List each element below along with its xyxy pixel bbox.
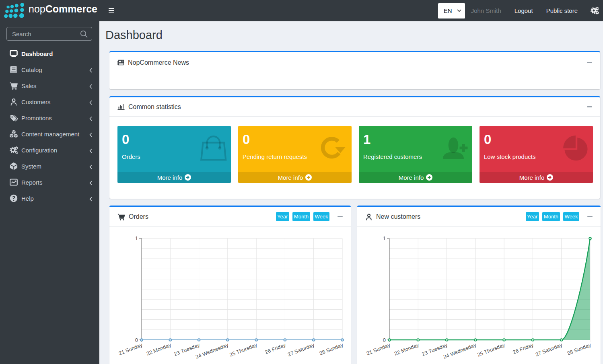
svg-text:21 Sunday: 21 Sunday — [366, 342, 391, 356]
svg-text:24 Wednesday: 24 Wednesday — [442, 342, 477, 360]
svg-text:26 Friday: 26 Friday — [512, 342, 534, 356]
svg-text:24 Wednesday: 24 Wednesday — [195, 342, 230, 360]
svg-text:1: 1 — [135, 235, 138, 241]
svg-text:22 Monday: 22 Monday — [393, 342, 420, 357]
svg-text:25 Thursday: 25 Thursday — [229, 342, 258, 358]
svg-text:0: 0 — [135, 337, 138, 343]
svg-text:0: 0 — [383, 337, 386, 343]
svg-text:1: 1 — [383, 235, 386, 241]
svg-text:21 Sunday: 21 Sunday — [118, 342, 144, 356]
svg-text:26 Friday: 26 Friday — [264, 342, 286, 356]
svg-text:28 Sunday: 28 Sunday — [319, 342, 344, 356]
svg-text:27 Saturday: 27 Saturday — [287, 342, 315, 358]
svg-text:27 Saturday: 27 Saturday — [535, 342, 563, 358]
svg-text:28 Sunday: 28 Sunday — [566, 342, 592, 356]
svg-text:22 Monday: 22 Monday — [146, 342, 172, 357]
svg-text:25 Thursday: 25 Thursday — [477, 342, 506, 358]
